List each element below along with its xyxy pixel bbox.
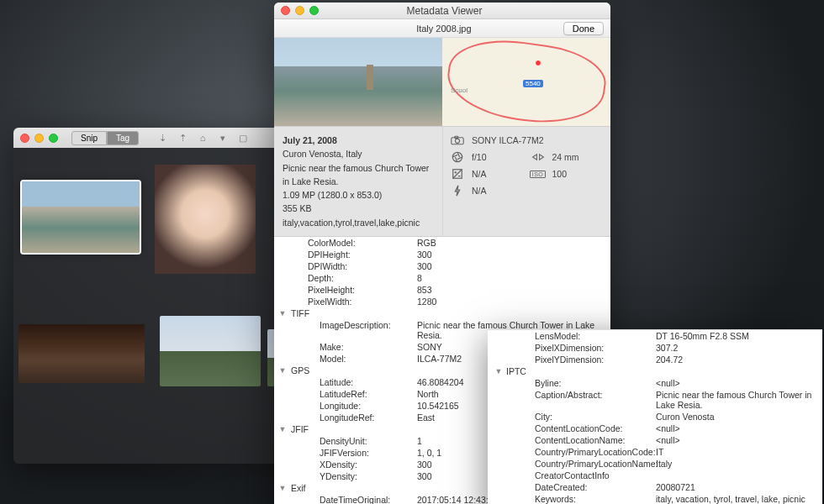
meta-group-general: ColorModel:RGBDPIHeight:300DPIWidth:300D… <box>274 237 610 307</box>
mode-snip-button[interactable]: Snip <box>71 131 107 145</box>
export-icon[interactable]: ⇡ <box>176 131 189 144</box>
meta-key: ContentLocationCode: <box>488 423 656 433</box>
disclosure-icon: ▼ <box>274 484 291 492</box>
minimize-icon[interactable] <box>34 134 44 143</box>
summary-date: July 21, 2008 <box>283 135 337 145</box>
svg-point-1 <box>455 139 459 143</box>
camera-icon <box>450 134 465 146</box>
meta-key: PixelXDimension: <box>488 343 656 353</box>
summary-filesize: 355 KB <box>283 202 434 215</box>
meta-key: DateCreated: <box>488 482 656 492</box>
exposure-bias-value: N/A <box>472 169 487 179</box>
window-controls <box>281 6 319 15</box>
meta-value: 1280 <box>417 297 610 307</box>
thumbnail[interactable] <box>160 316 261 386</box>
thumbnail[interactable] <box>18 324 145 383</box>
meta-key: DPIHeight: <box>274 249 417 260</box>
meta-key: YDensity: <box>274 471 417 481</box>
meta-value: Italy <box>656 459 822 469</box>
meta-value: 300 <box>417 249 610 260</box>
meta-value: DT 16-50mm F2.8 SSM <box>656 331 822 341</box>
meta-key: Depth: <box>274 273 417 283</box>
summary-caption: Picnic near the famous Church Tower in L… <box>283 161 434 189</box>
meta-key: Country/PrimaryLocationName: <box>488 459 656 469</box>
exposure-icon <box>450 168 465 180</box>
map-preview[interactable]: 5540 Scuol <box>442 38 610 126</box>
meta-row: PixelXDimension:307.2 <box>488 342 822 354</box>
meta-row: PixelWidth:1280 <box>274 296 610 307</box>
meta-row: PixelYDimension:204.72 <box>488 354 822 365</box>
meta-key: LensModel: <box>488 331 656 341</box>
meta-key: Caption/Abstract: <box>488 390 656 410</box>
metadata-titlebar: Metadata Viewer <box>274 3 610 19</box>
meta-key: ColorModel: <box>274 238 417 248</box>
summary-text: July 21, 2008 Curon Venosta, Italy Picni… <box>274 127 442 236</box>
meta-row: Depth:8 <box>274 272 610 284</box>
meta-key: DPIWidth: <box>274 261 417 271</box>
tag-icon[interactable]: ⌂ <box>196 131 209 144</box>
meta-value: IT <box>656 447 822 457</box>
meta-key: ContentLocationName: <box>488 435 656 445</box>
disclosure-icon: ▼ <box>274 366 291 375</box>
close-icon[interactable] <box>281 6 290 15</box>
camera-info: SONY ILCA-77M2 f/10 24 mm N/A ISO <box>442 127 610 236</box>
iso-icon: ISO <box>531 168 546 180</box>
summary-resolution: 1.09 MP (1280.0 x 853.0) <box>283 188 434 202</box>
meta-key: Latitude: <box>274 377 417 387</box>
meta-value: RGB <box>417 238 610 248</box>
aperture-icon <box>450 151 465 163</box>
meta-row: ContentLocationName:<null> <box>488 434 822 446</box>
file-bar: Italy 2008.jpg Done <box>274 19 610 38</box>
meta-key: LongitudeRef: <box>274 412 417 423</box>
zoom-icon[interactable] <box>309 6 319 15</box>
summary-row: July 21, 2008 Curon Venosta, Italy Picni… <box>274 126 610 237</box>
metadata-list-continuation[interactable]: LensModel:DT 16-50mm F2.8 SSMPixelXDimen… <box>488 329 822 504</box>
minimize-icon[interactable] <box>295 6 304 15</box>
import-icon[interactable]: ⇣ <box>156 131 169 144</box>
meta-row: DPIWidth:300 <box>274 260 610 272</box>
group-header-iptc[interactable]: ▼IPTC <box>488 365 822 377</box>
thumbnail[interactable] <box>155 165 256 274</box>
meta-row: Caption/Abstract:Picnic near the famous … <box>488 389 822 411</box>
mode-tag-button[interactable]: Tag <box>107 131 139 145</box>
summary-location: Curon Venosta, Italy <box>283 147 434 160</box>
flash-icon <box>450 185 465 197</box>
meta-row: LensModel:DT 16-50mm F2.8 SSM <box>488 330 822 342</box>
meta-row: Country/PrimaryLocationName:Italy <box>488 458 822 470</box>
meta-row: Keywords:italy, vacation, tyrol, travel,… <box>488 493 822 504</box>
meta-key: LatitudeRef: <box>274 389 417 399</box>
meta-key: PixelHeight: <box>274 285 417 295</box>
close-icon[interactable] <box>20 134 29 143</box>
meta-row: Country/PrimaryLocationCode:IT <box>488 446 822 458</box>
iso-value: 100 <box>552 169 568 179</box>
trash-icon[interactable]: ▢ <box>236 131 250 144</box>
meta-key: Longitude: <box>274 401 417 411</box>
thumbnail-selected[interactable] <box>22 181 140 253</box>
mode-segmented: Snip Tag <box>71 131 139 145</box>
meta-value: <null> <box>656 435 822 445</box>
meta-key: Make: <box>274 342 417 352</box>
disclosure-icon: ▼ <box>274 425 291 433</box>
meta-key: City: <box>488 412 656 422</box>
map-place-label: Scuol <box>451 87 467 94</box>
meta-key: JFIFVersion: <box>274 448 417 458</box>
meta-row: ColorModel:RGB <box>274 237 610 249</box>
tower-shape <box>367 65 373 90</box>
meta-key: CreatorContactInfo <box>488 470 656 480</box>
meta-value: <null> <box>656 423 822 433</box>
filter-icon[interactable]: ▾ <box>216 131 230 144</box>
done-button[interactable]: Done <box>563 22 604 35</box>
meta-key: Model: <box>274 354 417 364</box>
meta-value: 20080721 <box>656 482 822 492</box>
group-header-tiff[interactable]: ▼TIFF <box>274 307 610 319</box>
disclosure-icon: ▼ <box>274 309 291 318</box>
meta-row: PixelHeight:853 <box>274 284 610 296</box>
zoom-icon[interactable] <box>49 134 58 143</box>
focal-icon <box>531 151 546 163</box>
meta-value: italy, vacation, tyrol, travel, lake, pi… <box>656 494 822 504</box>
camera-model: SONY ILCA-77M2 <box>472 135 544 145</box>
filename-label: Italy 2008.jpg <box>325 24 563 34</box>
meta-value: Picnic near the famous Church Tower in L… <box>656 390 822 410</box>
summary-tags: italy,vacation,tyrol,travel,lake,picnic <box>283 216 434 229</box>
meta-value: 853 <box>417 285 610 295</box>
